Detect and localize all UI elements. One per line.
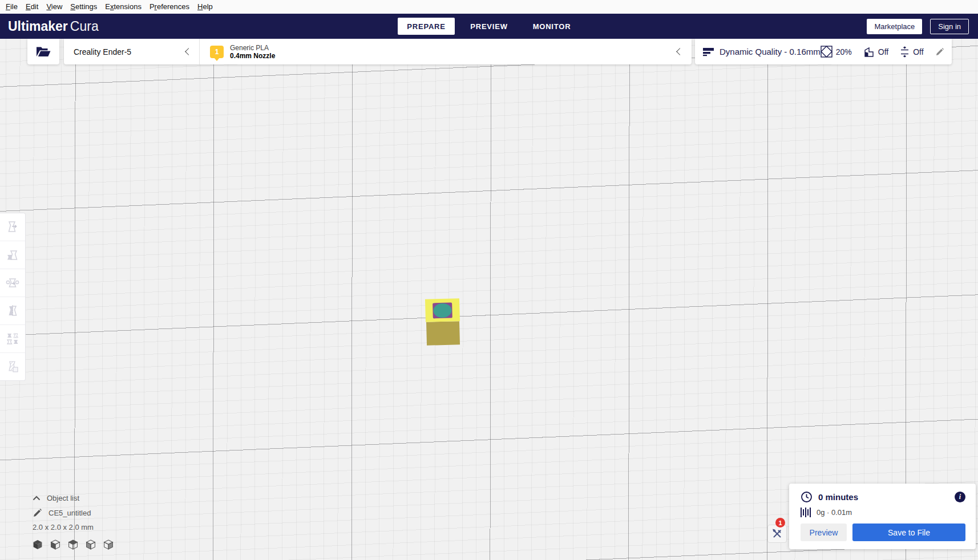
profile-name: Dynamic Quality - 0.16mm xyxy=(720,47,821,56)
chevron-left-icon xyxy=(185,48,192,55)
infill-icon xyxy=(821,46,832,58)
nozzle-size: 0.4mm Nozzle xyxy=(230,52,275,60)
per-model-settings-tool[interactable] xyxy=(0,325,25,353)
3d-view-icon[interactable] xyxy=(33,539,43,550)
infill-value: 20% xyxy=(836,47,852,56)
print-settings-selector[interactable]: Dynamic Quality - 0.16mm 20% Off Off xyxy=(695,39,952,64)
rotate-tool[interactable] xyxy=(0,269,25,297)
sign-in-button[interactable]: Sign in xyxy=(930,19,969,34)
rename-pencil-icon xyxy=(33,508,42,518)
material-selector[interactable]: 1 Generic PLA 0.4mm Nozzle xyxy=(200,39,692,64)
chevron-left-icon xyxy=(676,48,684,55)
menu-extensions[interactable]: Extensions xyxy=(101,0,146,14)
app-header: UltimakerCura PREPARE PREVIEW MONITOR Ma… xyxy=(0,14,978,39)
model-mesh-ellipse xyxy=(433,303,452,318)
left-view-icon[interactable] xyxy=(86,539,96,550)
move-tool[interactable] xyxy=(0,213,25,241)
mirror-tool-icon xyxy=(5,303,20,318)
view-orientation-bar xyxy=(33,539,114,550)
build-plate-grid xyxy=(0,39,978,560)
open-file-button[interactable] xyxy=(27,39,59,64)
object-list-label: Object list xyxy=(47,494,79,502)
print-time: 0 minutes xyxy=(818,492,858,502)
app-logo: UltimakerCura xyxy=(8,19,99,34)
crossed-tools-icon xyxy=(772,529,782,539)
tab-preview[interactable]: PREVIEW xyxy=(460,18,518,35)
open-folder-icon xyxy=(35,45,51,58)
tool-panel xyxy=(0,213,26,381)
menu-bar: File Edit View Settings Extensions Prefe… xyxy=(0,0,978,14)
menu-help[interactable]: Help xyxy=(193,0,217,14)
extruder-pin-icon: 1 xyxy=(210,46,224,58)
printer-name: Creality Ender-5 xyxy=(74,47,131,56)
scale-tool-icon xyxy=(5,247,20,262)
project-name-row[interactable]: CE5_untitled xyxy=(33,505,114,520)
adhesion-value: Off xyxy=(913,47,923,56)
project-name: CE5_untitled xyxy=(49,509,91,517)
support-value: Off xyxy=(878,47,888,56)
model-front-face xyxy=(426,321,460,346)
layer-height-icon xyxy=(703,47,714,56)
menu-settings[interactable]: Settings xyxy=(66,0,101,14)
model-top-face xyxy=(425,298,460,322)
logo-secondary: Cura xyxy=(70,19,99,34)
object-info-panel: Object list CE5_untitled 2.0 x 2.0 x 2.0… xyxy=(33,490,114,550)
build-plate-viewport[interactable]: Object list CE5_untitled 2.0 x 2.0 x 2.0… xyxy=(0,39,978,560)
stage-tabs: PREPARE PREVIEW MONITOR xyxy=(398,14,580,39)
logo-primary: Ultimaker xyxy=(8,19,68,34)
scale-tool[interactable] xyxy=(0,241,25,269)
model-ce5[interactable] xyxy=(425,298,460,346)
slice-tools-button[interactable] xyxy=(767,525,787,543)
material-name: Generic PLA xyxy=(230,44,275,52)
support-blocker-icon xyxy=(5,359,20,374)
edit-settings-pencil-icon[interactable] xyxy=(935,47,944,56)
chevron-up-icon xyxy=(33,496,41,501)
machine-selector[interactable]: Creality Ender-5 xyxy=(64,39,199,64)
mirror-tool[interactable] xyxy=(0,297,25,325)
save-to-file-button[interactable]: Save to File xyxy=(852,524,965,541)
marketplace-button[interactable]: Marketplace xyxy=(867,19,922,34)
adhesion-icon xyxy=(900,46,910,58)
tab-monitor[interactable]: MONITOR xyxy=(523,18,580,35)
per-model-settings-icon xyxy=(5,331,20,346)
menu-view[interactable]: View xyxy=(42,0,66,14)
configuration-selector[interactable]: Creality Ender-5 1 Generic PLA 0.4mm Noz… xyxy=(64,39,692,64)
tab-prepare[interactable]: PREPARE xyxy=(398,18,455,35)
menu-edit[interactable]: Edit xyxy=(22,0,42,14)
clock-icon xyxy=(801,491,813,503)
slice-warning-badge: 1 xyxy=(775,518,785,527)
model-dimensions: 2.0 x 2.0 x 2.0 mm xyxy=(33,523,94,531)
menu-preferences[interactable]: Preferences xyxy=(146,0,193,14)
front-view-icon[interactable] xyxy=(50,539,60,550)
top-view-icon[interactable] xyxy=(68,539,78,550)
move-tool-icon xyxy=(5,220,20,234)
right-view-icon[interactable] xyxy=(103,539,114,550)
menu-file[interactable]: File xyxy=(2,0,22,14)
info-icon[interactable]: i xyxy=(955,492,965,502)
support-icon xyxy=(863,46,875,58)
preview-button[interactable]: Preview xyxy=(801,524,847,541)
object-list-toggle[interactable]: Object list xyxy=(33,490,114,505)
rotate-tool-icon xyxy=(5,275,20,290)
support-blocker-tool[interactable] xyxy=(0,353,25,380)
material-spool-icon xyxy=(801,508,811,517)
action-panel: 0 minutes i 0g · 0.01m Preview Save to F… xyxy=(789,484,976,549)
material-usage: 0g · 0.01m xyxy=(817,508,852,517)
model-modifier-mesh xyxy=(433,303,452,319)
